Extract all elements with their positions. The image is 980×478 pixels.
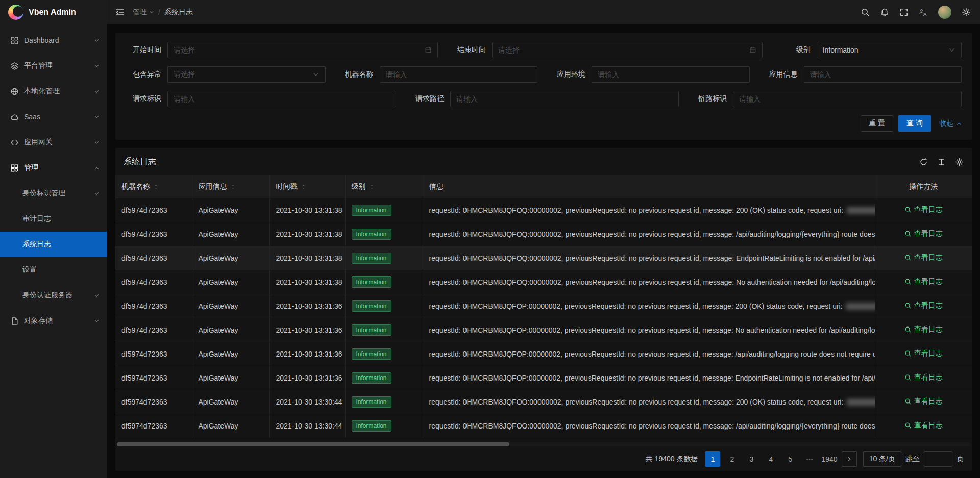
start-time-input[interactable] <box>174 46 421 54</box>
page-button-5[interactable]: 5 <box>782 451 798 467</box>
start-time-picker[interactable] <box>167 42 438 58</box>
message-cell: requestId: 0HMCRBM8JQFOQ:00000002, previ… <box>423 198 875 222</box>
app-root: Vben Admin Dashboard平台管理本地化管理Saas应用网关管理身… <box>0 0 980 478</box>
view-log-button[interactable]: 查看日志 <box>904 229 943 238</box>
search-icon <box>904 254 912 261</box>
pagination-ellipsis[interactable]: ••• <box>802 451 817 467</box>
message-cell: requestId: 0HMCRBM8JQFOO:00000002, previ… <box>423 390 875 414</box>
sidebar-item-object-storage[interactable]: 对象存储 <box>0 308 107 334</box>
chevron-down-icon <box>94 293 100 298</box>
sort-icons <box>301 183 306 190</box>
app-info-field[interactable] <box>804 66 962 83</box>
view-log-button[interactable]: 查看日志 <box>904 421 943 430</box>
breadcrumb-item-management[interactable]: 管理 <box>133 8 154 17</box>
view-log-label: 查看日志 <box>914 421 943 430</box>
logo[interactable]: Vben Admin <box>0 0 107 24</box>
page-button-3[interactable]: 3 <box>744 451 759 467</box>
view-log-label: 查看日志 <box>914 325 943 334</box>
sort-icons <box>369 183 375 190</box>
end-time-input[interactable] <box>498 46 745 54</box>
app-info-cell: ApiGateWay <box>192 222 270 246</box>
request-id-input[interactable] <box>174 95 390 103</box>
table-size-icon[interactable] <box>937 158 946 166</box>
view-log-button[interactable]: 查看日志 <box>904 253 943 262</box>
logo-title: Vben Admin <box>29 8 76 17</box>
action-cell: 查看日志 <box>875 366 972 390</box>
sidebar-item-saas[interactable]: Saas <box>0 104 107 130</box>
message-cell: requestId: 0HMCRBM8JQFOQ:00000002, previ… <box>423 222 875 246</box>
sidebar-item-platform-management[interactable]: 平台管理 <box>0 53 107 79</box>
machine-name-label: 机器名称 <box>338 70 374 79</box>
message-text: requestId: 0HMCRBM8JQFOP:00000002, previ… <box>429 302 845 310</box>
chevron-down-icon <box>149 10 154 15</box>
view-log-button[interactable]: 查看日志 <box>904 205 943 214</box>
end-time-picker[interactable] <box>492 42 763 58</box>
filter-field-request-id: 请求标识 <box>126 91 396 107</box>
page-button-4[interactable]: 4 <box>763 451 778 467</box>
request-path-field[interactable] <box>450 91 679 107</box>
action-cell: 查看日志 <box>875 342 972 366</box>
sidebar-item-audit-logs[interactable]: 审计日志 <box>0 206 107 232</box>
sidebar-item-dashboard[interactable]: Dashboard <box>0 28 107 53</box>
view-log-label: 查看日志 <box>914 253 943 262</box>
search-icon[interactable] <box>861 8 870 17</box>
column-header-machine[interactable]: 机器名称 <box>115 175 192 198</box>
view-log-button[interactable]: 查看日志 <box>904 301 943 310</box>
sidebar-item-app-gateway[interactable]: 应用网关 <box>0 130 107 155</box>
sidebar-item-label: 应用网关 <box>24 138 89 147</box>
level-cell: Information <box>345 342 423 366</box>
machine-name-cell: df5974d72363 <box>115 318 192 342</box>
scrollbar-thumb[interactable] <box>117 442 509 446</box>
machine-name-field[interactable] <box>380 66 538 83</box>
notification-bell-icon[interactable] <box>880 8 889 17</box>
sidebar-item-auth-server[interactable]: 身份认证服务器 <box>0 283 107 308</box>
page-button-2[interactable]: 2 <box>724 451 740 467</box>
machine-name-input[interactable] <box>386 70 532 79</box>
trace-id-field[interactable] <box>733 91 962 107</box>
settings-gear-icon[interactable] <box>962 8 971 17</box>
view-log-button[interactable]: 查看日志 <box>904 277 943 286</box>
column-header-level[interactable]: 级别 <box>345 175 423 198</box>
timestamp-cell: 2021-10-30 13:31:36 <box>270 366 345 390</box>
reset-button[interactable]: 重 置 <box>861 115 893 132</box>
page-size-select[interactable]: 10 条/页 <box>863 451 901 467</box>
user-avatar[interactable] <box>938 6 951 19</box>
level-badge: Information <box>352 372 391 384</box>
sidebar-item-identity-management[interactable]: 身份标识管理 <box>0 181 107 206</box>
sidebar-item-label: 身份认证服务器 <box>22 291 89 300</box>
column-settings-icon[interactable] <box>955 158 964 166</box>
next-page-button[interactable] <box>842 451 857 467</box>
level-select[interactable]: Information <box>817 42 962 58</box>
sidebar-item-label: 设置 <box>22 265 100 274</box>
app-env-field[interactable] <box>592 66 750 83</box>
request-path-input[interactable] <box>456 95 673 103</box>
exception-select[interactable]: 请选择 <box>167 66 326 83</box>
sidebar-item-settings[interactable]: 设置 <box>0 257 107 283</box>
collapse-filter-link[interactable]: 收起 <box>939 119 962 128</box>
sidebar-item-system-logs[interactable]: 系统日志 <box>0 232 107 257</box>
column-header-timestamp[interactable]: 时间戳 <box>270 175 345 198</box>
menu-fold-icon[interactable] <box>115 8 125 17</box>
search-button[interactable]: 查 询 <box>898 115 931 132</box>
refresh-icon[interactable] <box>919 158 928 166</box>
sidebar-item-label: 平台管理 <box>24 61 89 70</box>
app-info-input[interactable] <box>810 70 956 79</box>
app-env-input[interactable] <box>598 70 744 79</box>
sidebar-item-localization-management[interactable]: 本地化管理 <box>0 79 107 104</box>
request-id-field[interactable] <box>167 91 396 107</box>
view-log-button[interactable]: 查看日志 <box>904 325 943 334</box>
view-log-button[interactable]: 查看日志 <box>904 397 943 406</box>
breadcrumb-separator: / <box>158 8 160 16</box>
trace-id-input[interactable] <box>739 95 955 103</box>
jump-page-input[interactable] <box>924 451 952 467</box>
column-header-app[interactable]: 应用信息 <box>192 175 270 198</box>
page-button-1940[interactable]: 1940 <box>821 451 837 467</box>
fullscreen-icon[interactable] <box>899 8 909 17</box>
action-cell: 查看日志 <box>875 246 972 270</box>
view-log-button[interactable]: 查看日志 <box>904 373 943 382</box>
page-button-1[interactable]: 1 <box>705 451 720 467</box>
sidebar-item-management[interactable]: 管理 <box>0 155 107 181</box>
horizontal-scrollbar[interactable] <box>117 442 970 446</box>
view-log-button[interactable]: 查看日志 <box>904 349 943 358</box>
translate-icon[interactable]: 文A <box>919 8 928 17</box>
